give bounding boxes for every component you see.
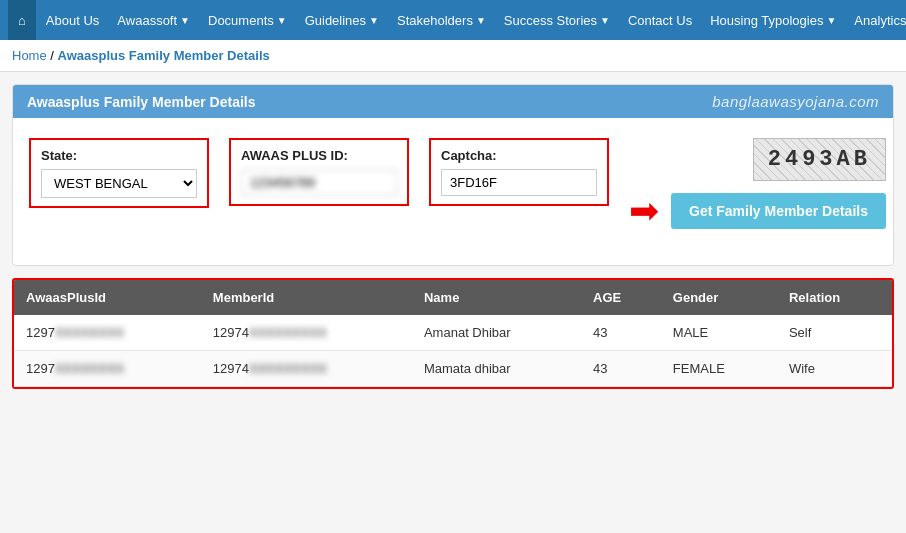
home-icon: ⌂ xyxy=(18,13,26,28)
table-body: 1297XXXXXXXX 12974XXXXXXXXX Amanat Dhiba… xyxy=(14,315,892,387)
state-label: State: xyxy=(41,148,197,163)
nav-success-stories-label: Success Stories xyxy=(504,13,597,28)
table-row: 1297XXXXXXXX 12974XXXXXXXXX Mamata dhiba… xyxy=(14,351,892,387)
id-input[interactable] xyxy=(241,169,397,196)
cell-relation-2: Wife xyxy=(777,351,892,387)
main-content: Awaasplus Family Member Details banglaaw… xyxy=(0,72,906,401)
card-body: State: WEST BENGAL ANDHRA PRADESH BIHAR … xyxy=(13,118,893,265)
nav-guidelines-label: Guidelines xyxy=(305,13,366,28)
captcha-input[interactable] xyxy=(441,169,597,196)
nav-success-stories[interactable]: Success Stories ▼ xyxy=(496,0,618,40)
navbar: ⌂ About Us Awaassoft ▼ Documents ▼ Guide… xyxy=(0,0,906,40)
nav-awaassoft[interactable]: Awaassoft ▼ xyxy=(109,0,198,40)
cell-name-2: Mamata dhibar xyxy=(412,351,581,387)
nav-documents[interactable]: Documents ▼ xyxy=(200,0,295,40)
cell-age-1: 43 xyxy=(581,315,661,351)
nav-contact-us-label: Contact Us xyxy=(628,13,692,28)
col-age: AGE xyxy=(581,280,661,315)
nav-stakeholders[interactable]: Stakeholders ▼ xyxy=(389,0,494,40)
get-family-details-button[interactable]: Get Family Member Details xyxy=(671,193,886,229)
table-row: 1297XXXXXXXX 12974XXXXXXXXX Amanat Dhiba… xyxy=(14,315,892,351)
captcha-label: Captcha: xyxy=(441,148,597,163)
table-header: AwaasPlusId MemberId Name AGE Gender Rel… xyxy=(14,280,892,315)
success-stories-chevron-icon: ▼ xyxy=(600,15,610,26)
cell-gender-1: MALE xyxy=(661,315,777,351)
nav-contact-us[interactable]: Contact Us xyxy=(620,0,700,40)
data-table: AwaasPlusId MemberId Name AGE Gender Rel… xyxy=(14,280,892,387)
nav-housing-typologies[interactable]: Housing Typologies ▼ xyxy=(702,0,844,40)
col-awaas-plus-id: AwaasPlusId xyxy=(14,280,201,315)
action-row: ➡ Get Family Member Details xyxy=(629,193,886,229)
breadcrumb-home[interactable]: Home xyxy=(12,48,47,63)
table-card: AwaasPlusId MemberId Name AGE Gender Rel… xyxy=(12,278,894,389)
watermark-text: banglaawasyojana.com xyxy=(712,93,879,110)
breadcrumb-current: Awaasplus Family Member Details xyxy=(58,48,270,63)
nav-about-us[interactable]: About Us xyxy=(38,0,107,40)
col-name: Name xyxy=(412,280,581,315)
nav-home[interactable]: ⌂ xyxy=(8,0,36,40)
cell-awaas-plus-id-2: 1297XXXXXXXX xyxy=(14,351,201,387)
nav-analytics-dashboard[interactable]: Analytics Dashboard xyxy=(846,0,906,40)
cell-gender-2: FEMALE xyxy=(661,351,777,387)
breadcrumb-separator: / xyxy=(50,48,54,63)
cell-member-id-2: 12974XXXXXXXXX xyxy=(201,351,412,387)
state-group: State: WEST BENGAL ANDHRA PRADESH BIHAR … xyxy=(29,138,209,208)
form-card: Awaasplus Family Member Details banglaaw… xyxy=(12,84,894,266)
housing-typologies-chevron-icon: ▼ xyxy=(826,15,836,26)
nav-stakeholders-label: Stakeholders xyxy=(397,13,473,28)
nav-documents-label: Documents xyxy=(208,13,274,28)
cell-relation-1: Self xyxy=(777,315,892,351)
awaassoft-chevron-icon: ▼ xyxy=(180,15,190,26)
cell-awaas-plus-id-1: 1297XXXXXXXX xyxy=(14,315,201,351)
guidelines-chevron-icon: ▼ xyxy=(369,15,379,26)
nav-awaassoft-label: Awaassoft xyxy=(117,13,177,28)
captcha-display-text: 2493AB xyxy=(768,147,871,172)
captcha-image: 2493AB xyxy=(753,138,886,181)
col-member-id: MemberId xyxy=(201,280,412,315)
nav-guidelines[interactable]: Guidelines ▼ xyxy=(297,0,387,40)
table-header-row: AwaasPlusId MemberId Name AGE Gender Rel… xyxy=(14,280,892,315)
col-gender: Gender xyxy=(661,280,777,315)
col-relation: Relation xyxy=(777,280,892,315)
cell-member-id-1: 12974XXXXXXXXX xyxy=(201,315,412,351)
nav-about-us-label: About Us xyxy=(46,13,99,28)
breadcrumb: Home / Awaasplus Family Member Details xyxy=(0,40,906,72)
cell-name-1: Amanat Dhibar xyxy=(412,315,581,351)
nav-housing-typologies-label: Housing Typologies xyxy=(710,13,823,28)
card-header: Awaasplus Family Member Details banglaaw… xyxy=(13,85,893,118)
form-row: State: WEST BENGAL ANDHRA PRADESH BIHAR … xyxy=(29,138,877,229)
id-group: AWAAS PLUS ID: xyxy=(229,138,409,206)
state-select[interactable]: WEST BENGAL ANDHRA PRADESH BIHAR GUJARAT… xyxy=(41,169,197,198)
captcha-section: 2493AB ➡ Get Family Member Details xyxy=(629,138,886,229)
documents-chevron-icon: ▼ xyxy=(277,15,287,26)
captcha-group: Captcha: xyxy=(429,138,609,206)
stakeholders-chevron-icon: ▼ xyxy=(476,15,486,26)
id-label: AWAAS PLUS ID: xyxy=(241,148,397,163)
arrow-icon: ➡ xyxy=(629,193,659,229)
cell-age-2: 43 xyxy=(581,351,661,387)
nav-analytics-dashboard-label: Analytics Dashboard xyxy=(854,13,906,28)
card-title: Awaasplus Family Member Details xyxy=(27,94,256,110)
